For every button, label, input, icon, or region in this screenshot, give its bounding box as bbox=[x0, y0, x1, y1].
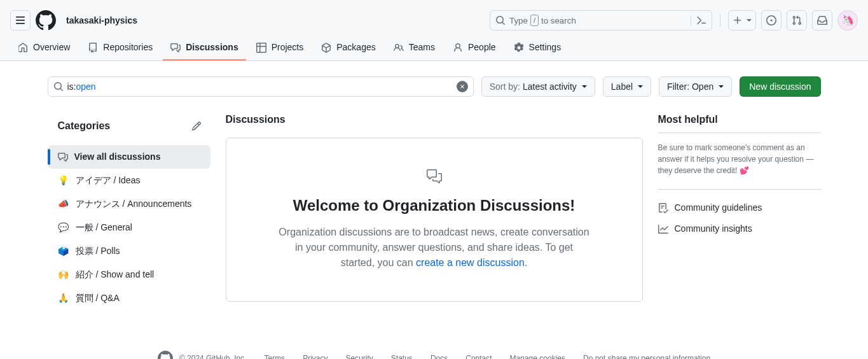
person-icon bbox=[453, 43, 463, 53]
label-dropdown[interactable]: Label bbox=[603, 76, 651, 97]
pencil-icon bbox=[191, 121, 202, 131]
org-name-link[interactable]: takasaki-physics bbox=[66, 14, 137, 27]
search-placeholder: Type / to search bbox=[509, 15, 687, 26]
most-helpful-text: Be sure to mark someone's comment as an … bbox=[658, 133, 821, 176]
checklist-icon bbox=[658, 203, 668, 213]
site-footer: © 2024 GitHub, Inc. Terms Privacy Securi… bbox=[0, 325, 868, 359]
caret-down-icon bbox=[638, 85, 643, 88]
create-new-button[interactable] bbox=[728, 10, 756, 31]
category-label: 投票 / Polls bbox=[76, 244, 120, 258]
tab-people[interactable]: People bbox=[445, 36, 504, 60]
github-logo-icon bbox=[158, 351, 173, 359]
search-icon bbox=[495, 15, 506, 25]
pull-requests-button[interactable] bbox=[787, 10, 807, 31]
footer-logo: © 2024 GitHub, Inc. bbox=[158, 351, 247, 359]
app-header: takasaki-physics Type / to search 🦄 bbox=[0, 0, 868, 36]
slash-key-hint: / bbox=[530, 15, 539, 26]
footer-link-do-not-share[interactable]: Do not share my personal information bbox=[583, 353, 710, 359]
category-label: アナウンス / Announcements bbox=[76, 197, 192, 211]
tab-discussions-label: Discussions bbox=[186, 41, 238, 54]
footer-link-status[interactable]: Status bbox=[391, 353, 413, 359]
filter-dropdown[interactable]: Filter: Open bbox=[659, 76, 732, 97]
community-guidelines-link[interactable]: Community guidelines bbox=[658, 197, 821, 218]
category-label: View all discussions bbox=[74, 150, 161, 164]
raised-hands-emoji-icon: 🙌 bbox=[58, 268, 69, 281]
caret-down-icon bbox=[747, 19, 752, 22]
tab-overview-label: Overview bbox=[33, 41, 70, 54]
pray-emoji-icon: 🙏 bbox=[58, 292, 69, 305]
user-avatar[interactable]: 🦄 bbox=[837, 10, 858, 31]
category-show-and-tell[interactable]: 🙌 紹介 / Show and tell bbox=[48, 263, 210, 286]
clear-search-button[interactable] bbox=[457, 81, 468, 92]
ballot-emoji-icon: 🗳️ bbox=[58, 244, 69, 258]
blankslate-description: Organization discussions are to broadcas… bbox=[277, 225, 591, 271]
speech-emoji-icon: 💬 bbox=[58, 221, 69, 234]
tab-projects[interactable]: Projects bbox=[249, 36, 312, 60]
tab-projects-label: Projects bbox=[272, 41, 304, 54]
inbox-icon bbox=[817, 15, 827, 25]
github-logo-link[interactable] bbox=[36, 10, 56, 31]
people-icon bbox=[394, 43, 404, 53]
category-label: 一般 / General bbox=[76, 221, 132, 234]
global-search-button[interactable]: Type / to search bbox=[490, 10, 712, 31]
discussions-heading: Discussions bbox=[226, 112, 643, 127]
comment-discussion-icon bbox=[58, 152, 68, 162]
category-qa[interactable]: 🙏 質問 / Q&A bbox=[48, 286, 210, 310]
command-palette-icon bbox=[691, 15, 706, 25]
caret-down-icon bbox=[582, 85, 587, 88]
category-polls[interactable]: 🗳️ 投票 / Polls bbox=[48, 239, 210, 263]
category-label: 紹介 / Show and tell bbox=[76, 268, 155, 281]
filter-bar: is:open Sort by: Latest activity Label F… bbox=[48, 76, 821, 97]
new-discussion-button[interactable]: New discussion bbox=[740, 76, 820, 97]
footer-link-security[interactable]: Security bbox=[345, 353, 373, 359]
hamburger-icon bbox=[15, 15, 25, 25]
category-label: アイデア / Ideas bbox=[76, 174, 141, 187]
table-icon bbox=[256, 43, 266, 53]
blankslate-title: Welcome to Organization Discussions! bbox=[277, 194, 591, 217]
category-general[interactable]: 💬 一般 / General bbox=[48, 216, 210, 239]
community-insights-label: Community insights bbox=[675, 222, 752, 236]
footer-link-docs[interactable]: Docs bbox=[431, 353, 448, 359]
categories-sidebar: Categories View all discussions 💡 アイデア /… bbox=[48, 112, 210, 310]
discussions-search-field[interactable]: is:open bbox=[48, 76, 474, 97]
blankslate: Welcome to Organization Discussions! Org… bbox=[226, 137, 643, 302]
tab-settings[interactable]: Settings bbox=[506, 36, 569, 60]
plus-icon bbox=[733, 15, 743, 25]
tab-packages[interactable]: Packages bbox=[313, 36, 383, 60]
sort-dropdown[interactable]: Sort by: Latest activity bbox=[481, 76, 595, 97]
category-ideas[interactable]: 💡 アイデア / Ideas bbox=[48, 169, 210, 192]
footer-link-terms[interactable]: Terms bbox=[264, 353, 285, 359]
search-icon bbox=[53, 81, 64, 92]
most-helpful-title: Most helpful bbox=[658, 112, 821, 133]
graph-icon bbox=[658, 224, 668, 234]
notifications-button[interactable] bbox=[812, 10, 832, 31]
footer-link-privacy[interactable]: Privacy bbox=[303, 353, 327, 359]
github-logo-icon bbox=[36, 10, 56, 31]
package-icon bbox=[321, 43, 331, 53]
right-sidebar: Most helpful Be sure to mark someone's c… bbox=[658, 112, 821, 310]
tab-repositories[interactable]: Repositories bbox=[80, 36, 160, 60]
issues-button[interactable] bbox=[761, 10, 782, 31]
tab-discussions[interactable]: Discussions bbox=[163, 36, 245, 60]
community-guidelines-label: Community guidelines bbox=[675, 201, 762, 215]
hamburger-menu-button[interactable] bbox=[10, 10, 31, 31]
issue-opened-icon bbox=[766, 15, 776, 25]
footer-link-manage-cookies[interactable]: Manage cookies bbox=[510, 353, 565, 359]
tab-overview[interactable]: Overview bbox=[10, 36, 78, 60]
category-list: View all discussions 💡 アイデア / Ideas 📣 アナ… bbox=[48, 145, 210, 310]
repo-icon bbox=[88, 43, 98, 53]
edit-categories-button[interactable] bbox=[188, 117, 205, 135]
create-discussion-link[interactable]: create a new discussion. bbox=[416, 257, 527, 268]
categories-title: Categories bbox=[58, 118, 111, 134]
main-content: Discussions Welcome to Organization Disc… bbox=[226, 112, 643, 310]
git-pull-request-icon bbox=[792, 15, 802, 25]
community-insights-link[interactable]: Community insights bbox=[658, 218, 821, 239]
search-value-display: is:open bbox=[67, 80, 453, 94]
category-announcements[interactable]: 📣 アナウンス / Announcements bbox=[48, 192, 210, 216]
category-view-all[interactable]: View all discussions bbox=[48, 145, 210, 169]
tab-teams[interactable]: Teams bbox=[386, 36, 443, 60]
header-divider bbox=[720, 14, 720, 27]
footer-link-contact[interactable]: Contact bbox=[465, 353, 492, 359]
tab-teams-label: Teams bbox=[409, 41, 435, 54]
gear-icon bbox=[514, 43, 524, 53]
